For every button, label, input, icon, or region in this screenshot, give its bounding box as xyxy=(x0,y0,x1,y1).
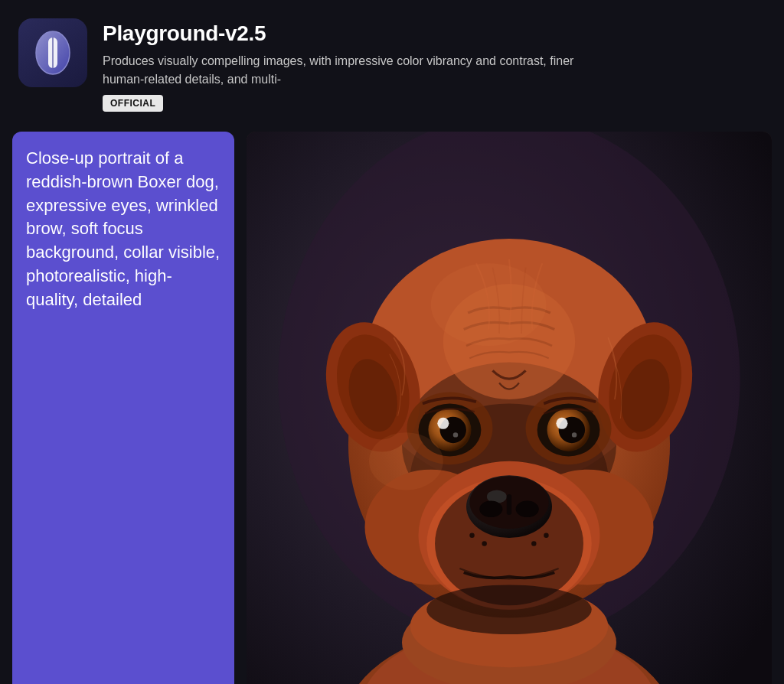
playground-logo-icon xyxy=(30,30,76,76)
app-container: Playground-v2.5 Produces visually compel… xyxy=(0,0,784,684)
prompt-text: Close-up portrait of a reddish-brown Box… xyxy=(26,147,220,312)
svg-point-53 xyxy=(556,418,567,429)
svg-point-48 xyxy=(437,418,449,429)
boxer-dog-portrait xyxy=(247,132,772,684)
app-title: Playground-v2.5 xyxy=(103,21,766,46)
prompt-panel: Close-up portrait of a reddish-brown Box… xyxy=(12,132,234,684)
svg-point-49 xyxy=(453,432,458,437)
svg-point-34 xyxy=(544,533,548,538)
svg-point-35 xyxy=(531,541,536,546)
svg-point-40 xyxy=(479,501,502,518)
header: Playground-v2.5 Produces visually compel… xyxy=(0,0,784,124)
main-content: Close-up portrait of a reddish-brown Box… xyxy=(0,124,784,684)
svg-point-32 xyxy=(482,541,486,546)
svg-rect-42 xyxy=(507,494,511,515)
svg-point-41 xyxy=(516,501,539,518)
svg-point-31 xyxy=(469,533,474,538)
official-badge: OFFICIAL xyxy=(103,95,163,112)
svg-point-55 xyxy=(431,263,547,346)
svg-point-57 xyxy=(426,585,591,634)
image-area xyxy=(247,132,772,684)
app-description: Produces visually compelling images, wit… xyxy=(103,52,600,89)
app-logo xyxy=(18,18,87,87)
svg-point-56 xyxy=(369,432,443,490)
svg-point-54 xyxy=(572,432,577,437)
header-text: Playground-v2.5 Produces visually compel… xyxy=(103,18,766,112)
